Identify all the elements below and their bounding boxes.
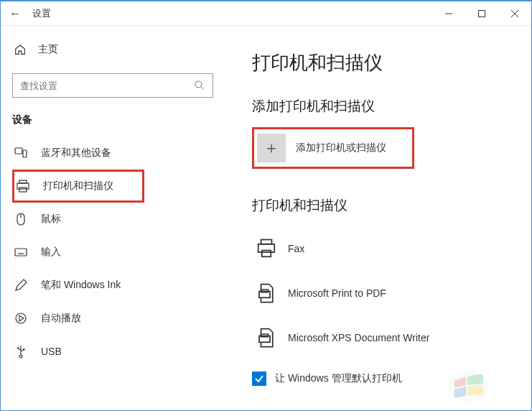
devices-icon: [14, 146, 28, 160]
svg-rect-1: [479, 10, 485, 17]
svg-rect-10: [19, 188, 27, 192]
minimize-button[interactable]: [432, 1, 465, 26]
svg-point-23: [17, 347, 19, 348]
autoplay-icon: [14, 311, 28, 325]
page-title: 打印机和扫描仪: [252, 50, 514, 75]
section-devices: 设备: [12, 114, 219, 126]
sidebar-item-pen[interactable]: 笔和 Windows Ink: [12, 269, 219, 302]
windows-logo-watermark: [447, 368, 490, 407]
printer-item-pdf[interactable]: Microsoft Print to PDF: [252, 271, 514, 315]
printer-device-icon: [252, 238, 281, 259]
back-button[interactable]: ←: [1, 7, 29, 20]
svg-rect-27: [262, 251, 271, 257]
sidebar: 主页 设备 蓝牙和其他设备 打印机和扫描仪 鼠标 输入: [1, 26, 230, 410]
sidebar-item-label: 蓝牙和其他设备: [41, 147, 111, 160]
sidebar-item-autoplay[interactable]: 自动播放: [12, 302, 219, 335]
home-icon: [14, 43, 27, 56]
sidebar-item-label: 输入: [41, 246, 61, 259]
printer-document-icon: [252, 327, 281, 348]
main-panel: 打印机和扫描仪 添加打印机和扫描仪 ＋ 添加打印机或扫描仪 打印机和扫描仪 Fa…: [230, 26, 531, 410]
checkbox-checked[interactable]: [252, 371, 266, 386]
plus-icon: ＋: [257, 134, 286, 162]
search-box[interactable]: [12, 73, 213, 98]
check-icon: [254, 374, 264, 384]
close-button[interactable]: [498, 1, 531, 26]
usb-icon: [14, 344, 28, 359]
mouse-icon: [14, 212, 28, 226]
window-title: 设置: [32, 7, 51, 20]
sidebar-item-bluetooth[interactable]: 蓝牙和其他设备: [12, 137, 219, 170]
sidebar-item-label: 鼠标: [41, 213, 61, 226]
printer-document-icon: [252, 282, 281, 304]
printer-name: Microsoft Print to PDF: [288, 287, 386, 299]
sidebar-item-printers[interactable]: 打印机和扫描仪: [12, 170, 144, 203]
add-printer-label: 添加打印机或扫描仪: [296, 142, 386, 154]
printers-list-title: 打印机和扫描仪: [252, 196, 514, 215]
svg-rect-8: [19, 180, 27, 183]
maximize-button[interactable]: [465, 1, 498, 26]
svg-marker-20: [19, 315, 24, 321]
svg-rect-13: [15, 249, 27, 256]
svg-rect-6: [15, 148, 22, 154]
sidebar-item-typing[interactable]: 输入: [12, 236, 219, 269]
printer-name: Microsoft XPS Document Writer: [288, 332, 429, 343]
sidebar-item-mouse[interactable]: 鼠标: [12, 203, 219, 236]
default-printer-label: 让 Windows 管理默认打印机: [275, 372, 402, 385]
home-label: 主页: [38, 43, 58, 56]
printer-item-fax[interactable]: Fax: [252, 226, 514, 271]
sidebar-item-label: 打印机和扫描仪: [43, 180, 113, 193]
sidebar-item-label: 自动播放: [41, 312, 81, 325]
add-section-title: 添加打印机和扫描仪: [252, 97, 514, 116]
printer-item-xps[interactable]: Microsoft XPS Document Writer: [252, 315, 514, 360]
titlebar: ← 设置: [1, 1, 531, 26]
svg-rect-25: [261, 240, 272, 244]
search-icon: [194, 80, 205, 91]
search-input[interactable]: [20, 80, 194, 91]
svg-point-4: [195, 81, 202, 88]
svg-rect-24: [23, 348, 24, 350]
printer-name: Fax: [288, 243, 304, 254]
settings-window: ← 设置 主页 设备 蓝牙和其他设备 打印机和扫描仪: [0, 0, 532, 411]
content-area: 主页 设备 蓝牙和其他设备 打印机和扫描仪 鼠标 输入: [1, 26, 531, 410]
printer-icon: [16, 179, 30, 193]
sidebar-item-usb[interactable]: USB: [12, 335, 219, 368]
svg-line-5: [201, 87, 204, 90]
add-printer-button[interactable]: ＋ 添加打印机或扫描仪: [252, 127, 414, 169]
svg-rect-7: [23, 150, 27, 157]
sidebar-item-label: USB: [41, 346, 62, 357]
pen-icon: [14, 278, 28, 292]
home-link[interactable]: 主页: [12, 39, 219, 60]
sidebar-item-label: 笔和 Windows Ink: [41, 279, 121, 292]
keyboard-icon: [14, 245, 28, 259]
